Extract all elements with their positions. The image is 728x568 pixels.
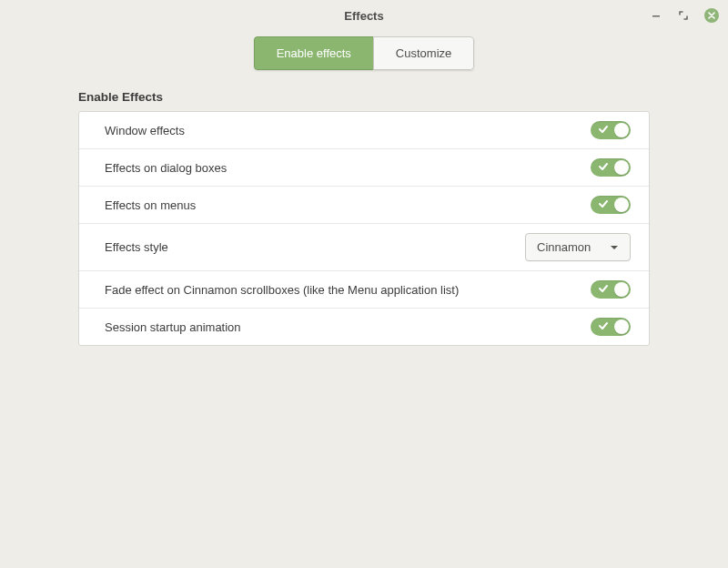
toggle-knob xyxy=(614,123,629,137)
minimize-button[interactable] xyxy=(650,9,662,22)
close-icon xyxy=(708,12,715,19)
window-controls xyxy=(650,8,719,23)
toggle-knob xyxy=(614,320,629,334)
toggle-startup-animation[interactable] xyxy=(591,318,631,336)
row-fade-effect: Fade effect on Cinnamon scrollboxes (lik… xyxy=(79,271,649,309)
toggle-knob xyxy=(614,198,629,212)
minimize-icon xyxy=(652,11,661,20)
row-label: Effects on menus xyxy=(105,198,196,212)
tab-customize[interactable]: Customize xyxy=(373,36,474,70)
segmented-control: Enable effects Customize xyxy=(254,36,475,70)
tab-enable-effects[interactable]: Enable effects xyxy=(254,36,373,70)
toggle-dialog-effects[interactable] xyxy=(591,158,631,177)
chevron-down-icon xyxy=(610,243,619,252)
row-label: Session startup animation xyxy=(105,320,241,334)
section-title: Enable Effects xyxy=(78,90,650,104)
check-icon xyxy=(598,283,609,294)
row-window-effects: Window effects xyxy=(79,112,649,149)
svg-rect-0 xyxy=(652,15,660,17)
check-icon xyxy=(598,198,609,209)
row-dialog-effects: Effects on dialog boxes xyxy=(79,149,649,187)
row-label: Fade effect on Cinnamon scrollboxes (lik… xyxy=(105,283,459,297)
check-icon xyxy=(598,161,609,172)
row-menu-effects: Effects on menus xyxy=(79,187,649,224)
toggle-knob xyxy=(614,282,629,297)
row-label: Effects on dialog boxes xyxy=(105,161,227,175)
row-label: Window effects xyxy=(105,124,185,137)
dropdown-effects-style[interactable]: Cinnamon xyxy=(525,233,631,261)
row-label: Effects style xyxy=(105,240,168,254)
settings-panel: Window effects Effects on dialog boxes E… xyxy=(78,111,650,346)
toggle-window-effects[interactable] xyxy=(591,121,631,139)
dropdown-value: Cinnamon xyxy=(537,240,591,254)
maximize-button[interactable] xyxy=(677,9,690,22)
toggle-knob xyxy=(614,160,629,175)
row-effects-style: Effects style Cinnamon xyxy=(79,224,649,271)
tabbar: Enable effects Customize xyxy=(0,31,728,90)
check-icon xyxy=(598,320,609,331)
content-area: Enable Effects Window effects Effects on… xyxy=(0,90,728,346)
close-button[interactable] xyxy=(704,8,719,23)
check-icon xyxy=(598,124,609,135)
toggle-fade-effect[interactable] xyxy=(591,280,631,299)
maximize-icon xyxy=(679,11,688,20)
window-title: Effects xyxy=(344,9,383,23)
titlebar: Effects xyxy=(0,0,728,31)
toggle-menu-effects[interactable] xyxy=(591,196,631,214)
row-startup-animation: Session startup animation xyxy=(79,309,649,345)
